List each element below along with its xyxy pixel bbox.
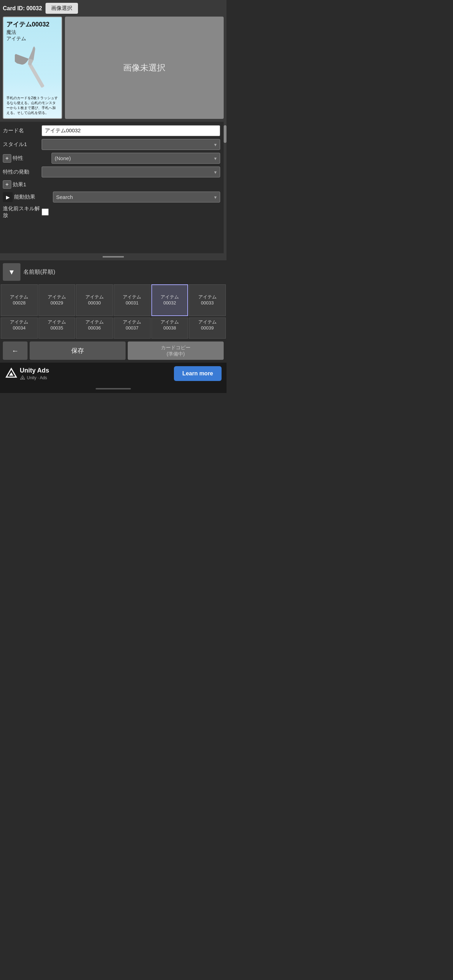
sort-label: 名前順(昇順) [23,269,56,276]
trait-plus-button[interactable]: + [3,154,11,162]
pre-skill-checkbox[interactable] [41,208,49,216]
save-button[interactable]: 保存 [30,342,126,360]
home-indicator [0,385,227,393]
copy-button[interactable]: カードコピー (準備中) [128,342,224,360]
active-effect-select-wrapper: Search [53,192,220,202]
bottom-buttons: ← 保存 カードコピー (準備中) [0,339,227,363]
svg-marker-4 [22,377,23,379]
trait-select-wrapper: (None) [51,153,220,164]
unity-small-logo: Unity · Ads [20,375,49,381]
image-select-button[interactable]: 画像選択 [46,3,78,14]
unity-ads-label: Unity Ads [20,367,49,374]
learn-more-button[interactable]: Learn more [174,366,222,381]
trait-trigger-label: 特性の発動 [3,169,41,175]
unity-ads-small-label: Unity · Ads [27,375,47,380]
grid-card-00030[interactable]: アイテム00030 [76,284,113,316]
grid-card-00037[interactable]: アイテム00037 [114,318,151,339]
drag-handle[interactable] [0,253,227,260]
active-effect-label: 能動効果 [14,194,53,200]
pickaxe-icon [15,46,50,92]
card-description: 手札のカードを2枚トラッシュするなら使える。山札のモンスターから１枚まで選び、手… [6,95,59,115]
play-button[interactable]: ▶ [3,192,13,202]
ad-text-column: Unity Ads Unity · Ads [20,367,49,381]
form-section: カード名 スタイル1 + 特性 (None) 特性の発動 [0,122,227,253]
trait-row: + 特性 (None) [3,153,220,164]
card-grid-container: アイテム00028 アイテム00029 アイテム00030 アイテム00031 … [0,284,227,339]
back-button[interactable]: ← [3,342,27,360]
unity-logo-icon [5,367,17,380]
svg-rect-0 [28,64,45,88]
drag-handle-lines [103,256,124,258]
active-effect-select[interactable]: Search [53,192,220,202]
trait-select[interactable]: (None) [51,153,220,164]
right-scrollbar [224,122,227,253]
grid-card-00034[interactable]: アイテム00034 [1,318,38,339]
grid-card-00035[interactable]: アイテム00035 [38,318,75,339]
style1-select[interactable] [41,139,220,150]
no-image-text: 画像未選択 [123,62,165,73]
effect1-plus-button[interactable]: + [3,180,11,189]
form-spacer [3,221,220,250]
card-preview-area: アイテム00032 魔法 アイテム 手札のカードを2枚トラッシュするなら使える。… [3,17,224,119]
grid-card-00039[interactable]: アイテム00039 [189,318,226,339]
card-grid-row1: アイテム00028 アイテム00029 アイテム00030 アイテム00031 … [0,284,227,317]
card-preview: アイテム00032 魔法 アイテム 手札のカードを2枚トラッシュするなら使える。… [3,17,62,119]
form-area-wrapper: カード名 スタイル1 + 特性 (None) 特性の発動 [0,122,227,253]
card-header: Card ID: 00032 画像選択 [3,3,224,14]
card-image-area [6,43,59,94]
grid-card-00032[interactable]: アイテム00032 [151,284,188,316]
style1-select-wrapper [41,139,220,150]
card-type1: 魔法 [6,29,59,36]
grid-card-00038[interactable]: アイテム00038 [151,318,188,339]
active-effect-row: ▶ 能動効果 Search [3,192,220,202]
trait-trigger-select-wrapper [41,167,220,177]
card-title: アイテム00032 [6,20,59,29]
card-name-label: カード名 [3,127,41,134]
trait-trigger-select[interactable] [41,167,220,177]
sort-button[interactable]: ▼ [3,263,21,281]
grid-card-00031[interactable]: アイテム00031 [114,284,151,316]
unity-small-icon [20,375,25,381]
grid-card-00029[interactable]: アイテム00029 [38,284,75,316]
trait-label: 特性 [13,155,51,162]
pre-skill-row: 進化前スキル解放 [3,205,220,219]
top-section: Card ID: 00032 画像選択 アイテム00032 魔法 アイテム [0,0,227,122]
trait-trigger-row: 特性の発動 [3,167,220,177]
ad-banner: Unity Ads Unity · Ads Learn more [0,363,227,385]
pre-skill-label: 進化前スキル解放 [3,205,41,219]
scrollbar-thumb [224,125,227,143]
card-name-input[interactable] [41,125,220,136]
svg-marker-2 [9,372,13,376]
effect1-label: 効果1 [13,181,51,188]
card-id-label: Card ID: 00032 [3,5,42,12]
card-grid-row2: アイテム00034 アイテム00035 アイテム00036 アイテム00037 … [0,317,227,339]
card-type2: アイテム [6,36,59,42]
grid-card-00033[interactable]: アイテム00033 [189,284,226,316]
effect1-row: + 効果1 [3,180,220,189]
style1-label: スタイル1 [3,141,41,148]
grid-card-00028[interactable]: アイテム00028 [1,284,38,316]
ad-left: Unity Ads Unity · Ads [5,367,49,381]
home-bar [95,388,131,390]
sort-section: ▼ 名前順(昇順) [0,260,227,284]
no-image-area: 画像未選択 [65,17,224,119]
grid-card-00036[interactable]: アイテム00036 [76,318,113,339]
style1-row: スタイル1 [3,139,220,150]
card-name-row: カード名 [3,125,220,136]
